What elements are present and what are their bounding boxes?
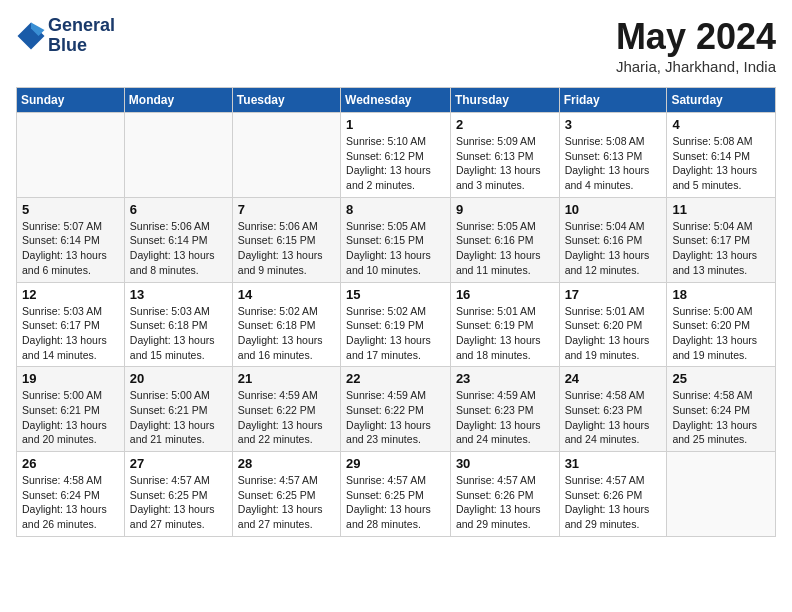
- day-info: Sunrise: 5:00 AMSunset: 6:21 PMDaylight:…: [130, 388, 227, 447]
- day-number: 2: [456, 117, 554, 132]
- calendar-cell: 1Sunrise: 5:10 AMSunset: 6:12 PMDaylight…: [341, 113, 451, 198]
- day-number: 1: [346, 117, 445, 132]
- calendar-cell: 23Sunrise: 4:59 AMSunset: 6:23 PMDayligh…: [450, 367, 559, 452]
- day-number: 24: [565, 371, 662, 386]
- day-number: 23: [456, 371, 554, 386]
- calendar-cell: 3Sunrise: 5:08 AMSunset: 6:13 PMDaylight…: [559, 113, 667, 198]
- day-number: 26: [22, 456, 119, 471]
- weekday-header-friday: Friday: [559, 88, 667, 113]
- day-number: 16: [456, 287, 554, 302]
- day-number: 7: [238, 202, 335, 217]
- calendar-cell: 6Sunrise: 5:06 AMSunset: 6:14 PMDaylight…: [124, 197, 232, 282]
- day-number: 9: [456, 202, 554, 217]
- day-number: 28: [238, 456, 335, 471]
- day-info: Sunrise: 4:58 AMSunset: 6:24 PMDaylight:…: [22, 473, 119, 532]
- day-info: Sunrise: 5:05 AMSunset: 6:15 PMDaylight:…: [346, 219, 445, 278]
- day-number: 14: [238, 287, 335, 302]
- calendar-cell: 25Sunrise: 4:58 AMSunset: 6:24 PMDayligh…: [667, 367, 776, 452]
- weekday-header-sunday: Sunday: [17, 88, 125, 113]
- calendar-week-2: 5Sunrise: 5:07 AMSunset: 6:14 PMDaylight…: [17, 197, 776, 282]
- calendar-cell: 17Sunrise: 5:01 AMSunset: 6:20 PMDayligh…: [559, 282, 667, 367]
- calendar-cell: 2Sunrise: 5:09 AMSunset: 6:13 PMDaylight…: [450, 113, 559, 198]
- day-info: Sunrise: 5:06 AMSunset: 6:15 PMDaylight:…: [238, 219, 335, 278]
- day-info: Sunrise: 5:03 AMSunset: 6:18 PMDaylight:…: [130, 304, 227, 363]
- calendar-cell: 15Sunrise: 5:02 AMSunset: 6:19 PMDayligh…: [341, 282, 451, 367]
- calendar-week-5: 26Sunrise: 4:58 AMSunset: 6:24 PMDayligh…: [17, 452, 776, 537]
- calendar-cell: 7Sunrise: 5:06 AMSunset: 6:15 PMDaylight…: [232, 197, 340, 282]
- calendar-cell: 10Sunrise: 5:04 AMSunset: 6:16 PMDayligh…: [559, 197, 667, 282]
- day-number: 15: [346, 287, 445, 302]
- day-number: 31: [565, 456, 662, 471]
- day-number: 5: [22, 202, 119, 217]
- calendar-cell: 19Sunrise: 5:00 AMSunset: 6:21 PMDayligh…: [17, 367, 125, 452]
- calendar-cell: 21Sunrise: 4:59 AMSunset: 6:22 PMDayligh…: [232, 367, 340, 452]
- day-number: 20: [130, 371, 227, 386]
- calendar-cell: 31Sunrise: 4:57 AMSunset: 6:26 PMDayligh…: [559, 452, 667, 537]
- day-info: Sunrise: 4:59 AMSunset: 6:23 PMDaylight:…: [456, 388, 554, 447]
- day-info: Sunrise: 5:08 AMSunset: 6:13 PMDaylight:…: [565, 134, 662, 193]
- calendar-cell: 28Sunrise: 4:57 AMSunset: 6:25 PMDayligh…: [232, 452, 340, 537]
- calendar-cell: [124, 113, 232, 198]
- day-info: Sunrise: 5:05 AMSunset: 6:16 PMDaylight:…: [456, 219, 554, 278]
- day-info: Sunrise: 4:57 AMSunset: 6:25 PMDaylight:…: [346, 473, 445, 532]
- calendar-cell: 18Sunrise: 5:00 AMSunset: 6:20 PMDayligh…: [667, 282, 776, 367]
- day-info: Sunrise: 5:04 AMSunset: 6:16 PMDaylight:…: [565, 219, 662, 278]
- day-number: 21: [238, 371, 335, 386]
- day-number: 30: [456, 456, 554, 471]
- title-block: May 2024 Jharia, Jharkhand, India: [616, 16, 776, 75]
- day-number: 22: [346, 371, 445, 386]
- calendar-cell: 26Sunrise: 4:58 AMSunset: 6:24 PMDayligh…: [17, 452, 125, 537]
- logo-icon: [16, 21, 46, 51]
- day-number: 8: [346, 202, 445, 217]
- day-info: Sunrise: 5:03 AMSunset: 6:17 PMDaylight:…: [22, 304, 119, 363]
- day-number: 6: [130, 202, 227, 217]
- location: Jharia, Jharkhand, India: [616, 58, 776, 75]
- day-info: Sunrise: 5:08 AMSunset: 6:14 PMDaylight:…: [672, 134, 770, 193]
- day-info: Sunrise: 5:04 AMSunset: 6:17 PMDaylight:…: [672, 219, 770, 278]
- day-info: Sunrise: 4:57 AMSunset: 6:25 PMDaylight:…: [130, 473, 227, 532]
- calendar-cell: [17, 113, 125, 198]
- calendar-cell: 5Sunrise: 5:07 AMSunset: 6:14 PMDaylight…: [17, 197, 125, 282]
- day-info: Sunrise: 5:02 AMSunset: 6:18 PMDaylight:…: [238, 304, 335, 363]
- calendar-cell: 30Sunrise: 4:57 AMSunset: 6:26 PMDayligh…: [450, 452, 559, 537]
- day-info: Sunrise: 5:09 AMSunset: 6:13 PMDaylight:…: [456, 134, 554, 193]
- calendar-cell: [232, 113, 340, 198]
- day-info: Sunrise: 5:07 AMSunset: 6:14 PMDaylight:…: [22, 219, 119, 278]
- day-info: Sunrise: 4:57 AMSunset: 6:26 PMDaylight:…: [456, 473, 554, 532]
- day-info: Sunrise: 4:59 AMSunset: 6:22 PMDaylight:…: [238, 388, 335, 447]
- day-number: 12: [22, 287, 119, 302]
- calendar-cell: 22Sunrise: 4:59 AMSunset: 6:22 PMDayligh…: [341, 367, 451, 452]
- day-info: Sunrise: 4:59 AMSunset: 6:22 PMDaylight:…: [346, 388, 445, 447]
- weekday-header-tuesday: Tuesday: [232, 88, 340, 113]
- day-info: Sunrise: 5:02 AMSunset: 6:19 PMDaylight:…: [346, 304, 445, 363]
- day-number: 17: [565, 287, 662, 302]
- day-info: Sunrise: 4:57 AMSunset: 6:25 PMDaylight:…: [238, 473, 335, 532]
- calendar-week-1: 1Sunrise: 5:10 AMSunset: 6:12 PMDaylight…: [17, 113, 776, 198]
- page-header: General Blue May 2024 Jharia, Jharkhand,…: [16, 16, 776, 75]
- day-info: Sunrise: 5:10 AMSunset: 6:12 PMDaylight:…: [346, 134, 445, 193]
- calendar-cell: 27Sunrise: 4:57 AMSunset: 6:25 PMDayligh…: [124, 452, 232, 537]
- calendar-week-4: 19Sunrise: 5:00 AMSunset: 6:21 PMDayligh…: [17, 367, 776, 452]
- calendar-cell: 13Sunrise: 5:03 AMSunset: 6:18 PMDayligh…: [124, 282, 232, 367]
- day-number: 19: [22, 371, 119, 386]
- calendar-cell: 12Sunrise: 5:03 AMSunset: 6:17 PMDayligh…: [17, 282, 125, 367]
- calendar-table: SundayMondayTuesdayWednesdayThursdayFrid…: [16, 87, 776, 537]
- calendar-cell: 9Sunrise: 5:05 AMSunset: 6:16 PMDaylight…: [450, 197, 559, 282]
- day-info: Sunrise: 4:58 AMSunset: 6:24 PMDaylight:…: [672, 388, 770, 447]
- day-number: 27: [130, 456, 227, 471]
- day-info: Sunrise: 5:01 AMSunset: 6:20 PMDaylight:…: [565, 304, 662, 363]
- calendar-cell: 4Sunrise: 5:08 AMSunset: 6:14 PMDaylight…: [667, 113, 776, 198]
- logo-text: General Blue: [48, 16, 115, 56]
- day-number: 29: [346, 456, 445, 471]
- weekday-header-saturday: Saturday: [667, 88, 776, 113]
- weekday-header-thursday: Thursday: [450, 88, 559, 113]
- day-number: 25: [672, 371, 770, 386]
- calendar-cell: 29Sunrise: 4:57 AMSunset: 6:25 PMDayligh…: [341, 452, 451, 537]
- day-number: 4: [672, 117, 770, 132]
- day-info: Sunrise: 4:58 AMSunset: 6:23 PMDaylight:…: [565, 388, 662, 447]
- day-info: Sunrise: 4:57 AMSunset: 6:26 PMDaylight:…: [565, 473, 662, 532]
- day-info: Sunrise: 5:06 AMSunset: 6:14 PMDaylight:…: [130, 219, 227, 278]
- calendar-cell: 8Sunrise: 5:05 AMSunset: 6:15 PMDaylight…: [341, 197, 451, 282]
- calendar-cell: 16Sunrise: 5:01 AMSunset: 6:19 PMDayligh…: [450, 282, 559, 367]
- day-info: Sunrise: 5:00 AMSunset: 6:21 PMDaylight:…: [22, 388, 119, 447]
